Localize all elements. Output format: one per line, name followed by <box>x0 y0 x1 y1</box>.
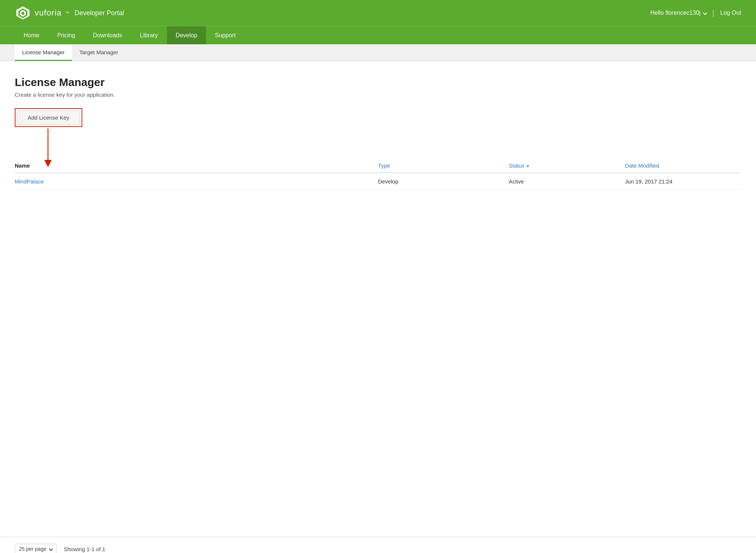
nav-item-develop[interactable]: Develop <box>167 26 206 44</box>
license-table: Name Type Status ▾ Date Modified MindPal… <box>15 159 741 190</box>
top-bar: vuforia™ Developer Portal Hello florence… <box>0 0 756 26</box>
row-type-cell: Develop <box>378 173 509 190</box>
sub-nav: License Manager Target Manager <box>0 44 756 61</box>
main-content: License Manager Create a license key for… <box>0 61 756 537</box>
table-header: Name Type Status ▾ Date Modified <box>15 159 741 173</box>
nav-item-support[interactable]: Support <box>206 26 244 44</box>
add-license-key-button[interactable]: Add License Key <box>17 110 80 125</box>
col-header-type[interactable]: Type <box>378 159 509 173</box>
col-header-status[interactable]: Status ▾ <box>509 159 625 173</box>
nav-bar: Home Pricing Downloads Library Develop S… <box>0 26 756 44</box>
add-key-button-wrapper: Add License Key <box>15 108 82 127</box>
brand-name: vuforia <box>35 8 62 18</box>
annotation-arrow <box>44 127 85 171</box>
nav-item-library[interactable]: Library <box>131 26 167 44</box>
user-greeting[interactable]: Hello florencec130j <box>650 10 707 16</box>
logo-area: vuforia™ Developer Portal <box>15 5 124 21</box>
footer-bar: 25 per page Showing 1-1 of 1 Last update… <box>0 537 756 553</box>
brand-subtitle: Developer Portal <box>75 9 124 17</box>
user-area: Hello florencec130j | Log Out <box>650 9 741 17</box>
tab-license-manager[interactable]: License Manager <box>15 44 72 61</box>
header-divider: | <box>712 9 714 17</box>
page-title: License Manager <box>15 76 741 89</box>
greeting-text: Hello florencec130j <box>650 10 701 16</box>
logout-link[interactable]: Log Out <box>720 10 741 16</box>
per-page-chevron <box>49 547 53 551</box>
row-status-cell: Active <box>509 173 625 190</box>
nav-item-pricing[interactable]: Pricing <box>48 26 84 44</box>
trademark: ™ <box>65 11 69 15</box>
annotation-area: Add License Key <box>15 108 741 140</box>
showing-text: Showing 1-1 of 1 <box>64 546 106 552</box>
row-name-link[interactable]: MindPalace <box>15 178 44 185</box>
table-body: MindPalace Develop Active Jun 19, 2017 2… <box>15 173 741 190</box>
nav-item-downloads[interactable]: Downloads <box>84 26 131 44</box>
per-page-select[interactable]: 25 per page <box>15 544 56 553</box>
table-row: MindPalace Develop Active Jun 19, 2017 2… <box>15 173 741 190</box>
col-header-date[interactable]: Date Modified <box>625 159 741 173</box>
pagination-row: 25 per page Showing 1-1 of 1 <box>15 544 741 553</box>
per-page-label: 25 per page <box>19 546 47 552</box>
user-dropdown-chevron <box>703 11 707 15</box>
page-subtitle: Create a license key for your applicatio… <box>15 92 741 98</box>
tab-target-manager[interactable]: Target Manager <box>72 44 126 61</box>
row-date-cell: Jun 19, 2017 21:24 <box>625 173 741 190</box>
row-name-cell: MindPalace <box>15 173 378 190</box>
nav-item-home[interactable]: Home <box>15 26 48 44</box>
status-sort-arrow: ▾ <box>527 164 529 169</box>
vuforia-logo-icon <box>15 5 31 21</box>
